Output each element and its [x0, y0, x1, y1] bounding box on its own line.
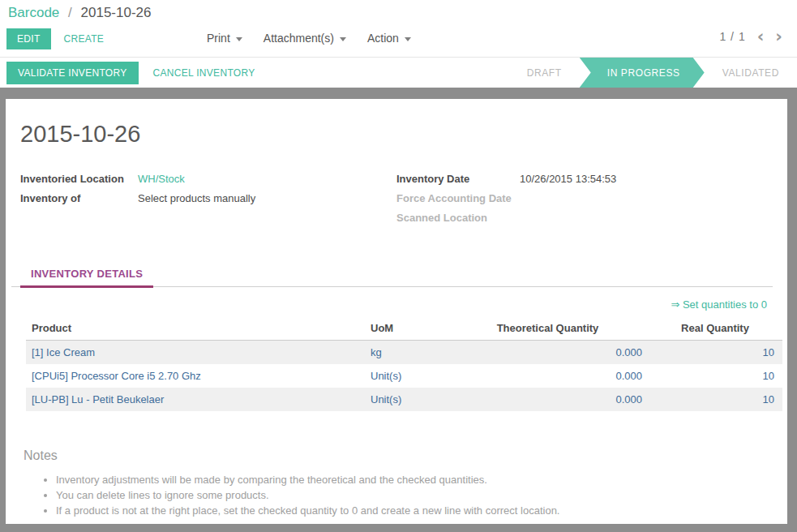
status-bar-buttons: VALIDATE INVENTORY CANCEL INVENTORY [6, 62, 264, 84]
inventory-lines-table: Product UoM Theoretical Quantity Real Qu… [26, 316, 782, 411]
form-sheet: 2015-10-26 Inventoried Location WH/Stock… [6, 99, 787, 524]
field-inventory-date: Inventory Date 10/26/2015 13:54:53 [396, 173, 773, 185]
field-label: Scanned Location [396, 212, 520, 224]
top-bar: Barcode / 2015-10-26 EDIT CREATE Print A… [0, 0, 797, 58]
attachments-menu[interactable]: Attachment(s) [264, 32, 346, 45]
validate-inventory-button[interactable]: VALIDATE INVENTORY [6, 62, 139, 84]
field-scanned-location: Scanned Location [396, 212, 773, 224]
create-button[interactable]: CREATE [56, 28, 113, 49]
state-draft[interactable]: DRAFT [509, 58, 580, 88]
print-menu-label: Print [207, 32, 230, 45]
field-group: Inventoried Location WH/Stock Inventory … [20, 173, 773, 231]
cell-theoretical-quantity[interactable]: 0.000 [448, 341, 650, 365]
breadcrumb: Barcode / 2015-10-26 [8, 5, 152, 21]
breadcrumb-parent-link[interactable]: Barcode [8, 5, 59, 20]
pager-count: 1 / 1 [719, 30, 745, 43]
note-item: If a product is not at the right place, … [56, 504, 773, 519]
edit-button[interactable]: EDIT [6, 28, 51, 49]
table-header-row: Product UoM Theoretical Quantity Real Qu… [26, 316, 782, 341]
note-item: Inventory adjustments will be made by co… [56, 473, 773, 488]
field-force-accounting-date: Force Accounting Date [396, 192, 773, 204]
cell-product[interactable]: [1] Ice Cream [26, 341, 365, 365]
action-menus: Print Attachment(s) Action [207, 32, 411, 45]
print-menu[interactable]: Print [207, 32, 242, 45]
cancel-inventory-button[interactable]: CANCEL INVENTORY [145, 62, 264, 84]
notes-section: Notes Inventory adjustments will be made… [24, 448, 773, 519]
field-column-right: Inventory Date 10/26/2015 13:54:53 Force… [396, 173, 773, 231]
field-column-left: Inventoried Location WH/Stock Inventory … [20, 173, 396, 231]
breadcrumb-separator: / [68, 5, 72, 20]
field-label: Force Accounting Date [396, 192, 520, 204]
sheet-frame: 2015-10-26 Inventoried Location WH/Stock… [0, 88, 797, 532]
table-row[interactable]: [LU-PB] Lu - Petit Beukelaer Unit(s) 0.0… [26, 388, 782, 411]
header-product: Product [26, 316, 365, 341]
header-real-quantity: Real Quantity [650, 316, 782, 341]
cell-product[interactable]: [LU-PB] Lu - Petit Beukelaer [26, 388, 365, 411]
record-pager: 1 / 1 ‹ › [719, 29, 782, 44]
field-inventory-of: Inventory of Select products manually [20, 192, 396, 204]
chevron-down-icon [236, 37, 242, 41]
cell-theoretical-quantity[interactable]: 0.000 [448, 364, 650, 388]
notebook-tabs: INVENTORY DETAILS [11, 261, 773, 287]
action-menu-label: Action [367, 32, 399, 45]
field-label: Inventoried Location [20, 173, 138, 185]
action-menu[interactable]: Action [367, 32, 411, 45]
previous-record-icon[interactable]: ‹ [757, 29, 765, 44]
notes-heading: Notes [24, 448, 773, 463]
cell-real-quantity[interactable]: 10 [650, 388, 782, 411]
cell-product[interactable]: [CPUi5] Processor Core i5 2.70 Ghz [26, 364, 365, 388]
cell-uom[interactable]: kg [365, 341, 448, 365]
field-label: Inventory Date [396, 173, 520, 185]
status-bar: VALIDATE INVENTORY CANCEL INVENTORY DRAF… [0, 58, 797, 88]
chevron-down-icon [340, 37, 346, 41]
header-uom: UoM [365, 316, 448, 341]
note-item: You can delete lines to ignore some prod… [56, 488, 773, 504]
attachments-menu-label: Attachment(s) [264, 32, 334, 45]
cell-uom[interactable]: Unit(s) [365, 364, 448, 388]
cell-real-quantity[interactable]: 10 [650, 364, 782, 388]
cell-theoretical-quantity[interactable]: 0.000 [448, 388, 650, 411]
inventory-of-value: Select products manually [138, 192, 255, 204]
header-theoretical-quantity: Theoretical Quantity [448, 316, 650, 341]
set-quantities-container: ⇒ Set quantities to 0 [6, 297, 767, 311]
chevron-down-icon [405, 37, 411, 41]
state-validated[interactable]: VALIDATED [705, 58, 797, 88]
record-buttons: EDIT CREATE [6, 28, 112, 49]
table-row[interactable]: [1] Ice Cream kg 0.000 10 [26, 341, 782, 365]
inventory-date-value: 10/26/2015 13:54:53 [520, 173, 616, 185]
breadcrumb-current: 2015-10-26 [81, 5, 152, 20]
notes-list: Inventory adjustments will be made by co… [56, 473, 773, 519]
record-title: 2015-10-26 [20, 121, 787, 148]
field-inventoried-location: Inventoried Location WH/Stock [20, 173, 396, 185]
cell-real-quantity[interactable]: 10 [650, 341, 782, 365]
next-record-icon[interactable]: › [775, 29, 782, 44]
set-quantities-to-zero-link[interactable]: ⇒ Set quantities to 0 [671, 298, 767, 311]
status-pipeline: DRAFT IN PROGRESS VALIDATED [509, 58, 797, 88]
inventoried-location-link[interactable]: WH/Stock [138, 173, 185, 185]
field-label: Inventory of [20, 192, 138, 204]
tab-inventory-details[interactable]: INVENTORY DETAILS [20, 261, 153, 288]
state-in-progress[interactable]: IN PROGRESS [580, 58, 705, 88]
cell-uom[interactable]: Unit(s) [365, 388, 448, 411]
table-row[interactable]: [CPUi5] Processor Core i5 2.70 Ghz Unit(… [26, 364, 782, 388]
